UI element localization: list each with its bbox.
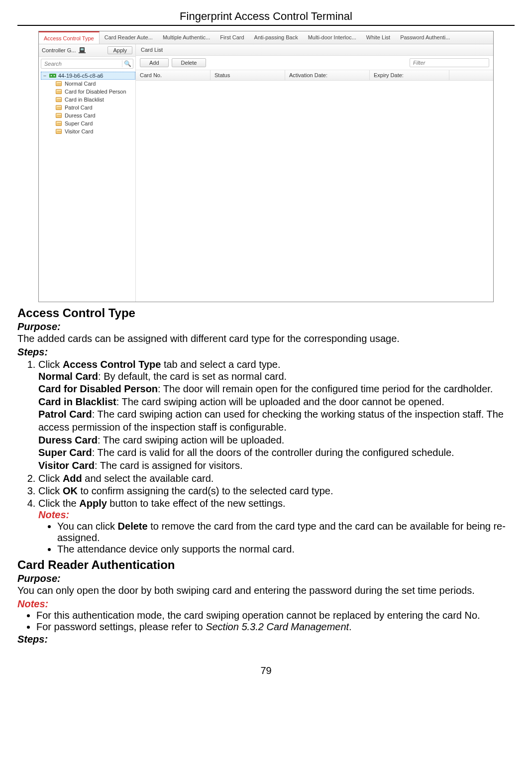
filter-input[interactable] xyxy=(410,58,489,67)
notes-label: Notes: xyxy=(38,509,515,521)
svg-rect-3 xyxy=(49,74,56,78)
card-icon xyxy=(56,105,62,110)
step-2: Click Add and select the available card. xyxy=(38,473,515,484)
card-type-super: Super Card: The card is valid for all th… xyxy=(38,447,515,459)
card-type-normal: Normal Card: By default, the card is set… xyxy=(38,370,515,383)
tree-item-label: Duress Card xyxy=(65,112,96,118)
delete-button[interactable]: Delete xyxy=(172,58,207,67)
section-heading-access-control-type: Access Control Type xyxy=(17,306,515,320)
col-status[interactable]: Status xyxy=(211,70,285,80)
s2-note-1: For this authentication mode, the card s… xyxy=(36,610,515,621)
right-panel: Card List Add Delete Card No. Status Act… xyxy=(136,44,493,302)
tab-multi-door-interlock[interactable]: Multi-door Interloc... xyxy=(303,31,361,44)
notes-bullets: You can click Delete to remove the card … xyxy=(38,521,515,555)
tab-white-list[interactable]: White List xyxy=(361,31,395,44)
card-icon xyxy=(56,121,62,126)
purpose-label: Purpose: xyxy=(17,321,515,333)
page-number: 79 xyxy=(17,665,515,676)
text: Access Control Type xyxy=(63,359,161,370)
svg-rect-2 xyxy=(79,52,86,53)
card-type-blacklist: Card in Blacklist: The card swiping acti… xyxy=(38,396,515,409)
tree-root-node[interactable]: − 44-19-b6-c5-c8-a6 xyxy=(41,72,135,80)
tree-root-label: 44-19-b6-c5-c8-a6 xyxy=(58,73,104,79)
device-tree: − 44-19-b6-c5-c8-a6 Normal Card Card for… xyxy=(39,71,135,302)
tab-access-control-type[interactable]: Access Control Type xyxy=(39,31,100,44)
notes-bullets-2: For this authentication mode, the card s… xyxy=(17,610,515,633)
search-icon[interactable]: 🔍 xyxy=(122,60,133,67)
tab-card-reader-auth[interactable]: Card Reader Aute... xyxy=(100,31,158,44)
text: tab and select a card type. xyxy=(161,359,280,370)
text: Click xyxy=(38,359,63,370)
grid-body-empty xyxy=(136,81,493,302)
tab-anti-passing-back[interactable]: Anti-passing Back xyxy=(249,31,303,44)
col-activation-date[interactable]: Activation Date: xyxy=(285,70,370,80)
search-box[interactable]: 🔍 xyxy=(41,59,133,69)
svg-point-5 xyxy=(54,75,55,76)
card-icon xyxy=(56,89,62,94)
left-panel: Controller G... Apply 🔍 − 44-19-b6-c5-c8… xyxy=(39,44,136,302)
tab-password-authenti[interactable]: Password Authenti... xyxy=(395,31,455,44)
tree-item-label: Visitor Card xyxy=(65,128,93,134)
step-3: Click OK to confirm assigning the card(s… xyxy=(38,485,515,497)
controller-label: Controller G... xyxy=(42,47,76,53)
col-card-no[interactable]: Card No. xyxy=(136,70,211,80)
apply-button[interactable]: Apply xyxy=(107,46,132,54)
tab-multiple-authentic[interactable]: Multiple Authentic... xyxy=(158,31,215,44)
grid-column-headers: Card No. Status Activation Date: Expiry … xyxy=(136,70,493,81)
steps-label: Steps: xyxy=(17,346,515,358)
card-list-toolbar: Add Delete xyxy=(136,56,493,70)
col-spacer xyxy=(449,70,493,80)
note-2: The attendance device only supports the … xyxy=(57,544,515,555)
tree-item-label: Patrol Card xyxy=(65,105,93,111)
svg-point-4 xyxy=(51,75,52,76)
card-icon xyxy=(56,129,62,134)
purpose-text: The added cards can be assigned with dif… xyxy=(17,333,515,345)
s2-note-2: For password settings, please refer to S… xyxy=(36,621,515,633)
card-type-duress: Duress Card: The card swiping action wil… xyxy=(38,434,515,447)
tree-item-blacklist-card[interactable]: Card in Blacklist xyxy=(56,96,135,104)
purpose-label-2: Purpose: xyxy=(17,573,515,584)
tree-item-super-card[interactable]: Super Card xyxy=(56,119,135,127)
app-screenshot: Access Control Type Card Reader Aute... … xyxy=(38,31,494,302)
card-icon xyxy=(56,81,62,86)
tree-item-label: Super Card xyxy=(65,120,93,126)
card-type-disabled: Card for Disabled Person: The door will … xyxy=(38,383,515,396)
search-input[interactable] xyxy=(41,59,122,68)
add-button[interactable]: Add xyxy=(140,58,169,67)
card-icon xyxy=(56,113,62,118)
tree-item-label: Card in Blacklist xyxy=(65,97,104,103)
purpose-text-2: You can only open the door by both swipi… xyxy=(17,584,515,597)
card-type-patrol: Patrol Card: The card swiping action can… xyxy=(38,408,515,434)
section-heading-card-reader-auth: Card Reader Authentication xyxy=(17,558,515,572)
svg-rect-1 xyxy=(81,48,84,50)
doc-header-title: Fingerprint Access Control Terminal xyxy=(17,10,515,26)
tree-item-disabled-card[interactable]: Card for Disabled Person xyxy=(56,88,135,96)
steps-list: Click Access Control Type tab and select… xyxy=(17,359,515,556)
tree-item-normal-card[interactable]: Normal Card xyxy=(56,80,135,88)
device-green-icon xyxy=(49,73,56,79)
card-type-visitor: Visitor Card: The card is assigned for v… xyxy=(38,459,515,472)
tree-item-duress-card[interactable]: Duress Card xyxy=(56,112,135,119)
tree-item-visitor-card[interactable]: Visitor Card xyxy=(56,127,135,135)
device-icon[interactable] xyxy=(79,47,87,54)
tab-bar: Access Control Type Card Reader Aute... … xyxy=(39,31,493,44)
step-4: Click the Apply button to take effect of… xyxy=(38,498,515,555)
card-list-title: Card List xyxy=(136,44,493,56)
tree-item-label: Card for Disabled Person xyxy=(65,89,126,95)
step-1: Click Access Control Type tab and select… xyxy=(38,359,515,472)
note-1: You can click Delete to remove the card … xyxy=(57,521,515,544)
col-expiry-date[interactable]: Expiry Date: xyxy=(370,70,449,80)
collapse-icon[interactable]: − xyxy=(42,73,47,79)
tree-item-patrol-card[interactable]: Patrol Card xyxy=(56,104,135,112)
card-icon xyxy=(56,97,62,102)
tab-first-card[interactable]: First Card xyxy=(215,31,249,44)
tree-item-label: Normal Card xyxy=(65,81,96,87)
steps-label-2: Steps: xyxy=(17,634,515,645)
notes-label-2: Notes: xyxy=(17,598,515,610)
